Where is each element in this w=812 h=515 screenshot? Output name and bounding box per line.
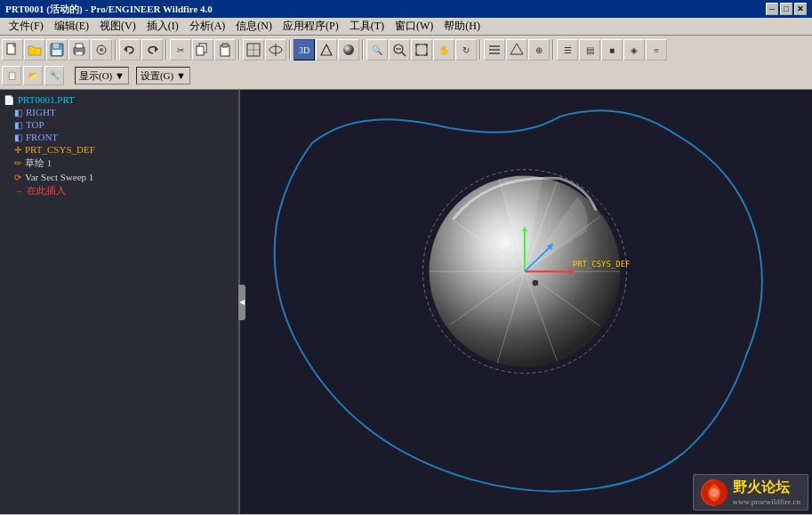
orient-button[interactable] <box>265 39 286 60</box>
toolbar-sep6 <box>479 40 481 60</box>
menu-bar: 文件(F) 编辑(E) 视图(V) 插入(I) 分析(A) 信息(N) 应用程序… <box>0 18 812 36</box>
tree-item-root[interactable]: 📄 PRT0001.PRT <box>0 93 238 106</box>
extra-btn5[interactable]: ≡ <box>646 39 667 60</box>
svg-rect-28 <box>489 49 500 51</box>
right-plane-icon: ◧ <box>14 108 22 117</box>
menu-window[interactable]: 窗口(W) <box>390 17 438 36</box>
toolbar-sep2 <box>165 40 167 60</box>
tree-item-csys[interactable]: ✛ PRT_CSYS_DEF <box>0 143 238 156</box>
sketch-icon: ✏ <box>14 158 21 168</box>
watermark: 野火论坛 www.proewildfire.cn <box>693 474 808 511</box>
menu-apps[interactable]: 应用程序(P) <box>277 17 344 36</box>
display-dropdown[interactable]: 显示(O) ▼ <box>75 67 129 84</box>
print-button[interactable] <box>68 39 90 60</box>
viewport[interactable]: PRT_CSYS_DEF 野火论坛 www.proewildfire.cn <box>240 90 812 514</box>
front-plane-icon: ◧ <box>14 133 22 142</box>
sweep-icon: ⟳ <box>14 173 21 182</box>
extra-btn3[interactable]: ■ <box>601 39 623 60</box>
svg-rect-29 <box>489 52 500 54</box>
menu-help[interactable]: 帮助(H) <box>438 17 486 36</box>
menu-edit[interactable]: 编辑(E) <box>49 17 94 36</box>
tree-item-insert[interactable]: → 在此插入 <box>0 183 238 198</box>
display-btn2[interactable] <box>506 39 527 60</box>
top-plane-icon: ◧ <box>14 120 22 130</box>
left-panel: 📄 PRT0001.PRT ◧ RIGHT ◧ TOP ◧ FRONT ✛ <box>0 90 240 514</box>
menu-view[interactable]: 视图(V) <box>94 17 141 36</box>
watermark-url: www.proewildfire.cn <box>733 497 800 506</box>
tree-btn2[interactable]: 📂 <box>23 66 43 85</box>
copy-button[interactable] <box>192 39 213 60</box>
svg-rect-5 <box>76 44 83 48</box>
preview-button[interactable] <box>91 39 112 60</box>
menu-tools[interactable]: 工具(T) <box>344 17 390 36</box>
svg-rect-14 <box>222 44 228 47</box>
insert-icon: → <box>14 186 23 196</box>
title-bar: PRT0001 (活动的) - Pro/ENGINEER Wildfire 4.… <box>0 0 812 18</box>
save-button[interactable] <box>46 39 68 60</box>
tree-btn3[interactable]: 🔧 <box>44 66 64 85</box>
watermark-site-name: 野火论坛 <box>733 479 800 497</box>
panel-collapse-handle[interactable]: ◀ <box>238 285 245 320</box>
layer-button[interactable] <box>484 39 505 60</box>
new-button[interactable] <box>2 39 23 60</box>
toolbar-area: ✂ 3D 🔍 ✋ ↻ <box>0 36 812 90</box>
svg-point-51 <box>532 279 539 286</box>
zoom-out-button[interactable] <box>389 39 410 60</box>
repaint-button[interactable] <box>243 39 264 60</box>
display-dropdown-label: 显示(O) ▼ <box>79 69 125 83</box>
watermark-logo <box>701 479 728 506</box>
svg-marker-20 <box>321 44 332 55</box>
tree-item-sweep1[interactable]: ⟳ Var Sect Sweep 1 <box>0 171 238 183</box>
shading-button[interactable] <box>338 39 359 60</box>
extra-btn4[interactable]: ◈ <box>623 39 645 60</box>
spin-button[interactable]: ↻ <box>455 39 477 60</box>
viewport-svg: PRT_CSYS_DEF <box>240 90 812 514</box>
tree-item-right[interactable]: ◧ RIGHT <box>0 106 238 118</box>
svg-line-24 <box>402 52 406 56</box>
tree-label-front: FRONT <box>26 132 58 142</box>
tree-item-sketch1[interactable]: ✏ 草绘 1 <box>0 156 238 171</box>
menu-info[interactable]: 信息(N) <box>230 17 277 36</box>
tree-label-right: RIGHT <box>26 107 56 117</box>
watermark-text: 野火论坛 www.proewildfire.cn <box>733 479 800 506</box>
hidden-button[interactable] <box>316 39 337 60</box>
svg-point-8 <box>100 48 103 52</box>
model-tree: 📄 PRT0001.PRT ◧ RIGHT ◧ TOP ◧ FRONT ✛ <box>0 90 238 514</box>
settings-dropdown[interactable]: 设置(G) ▼ <box>136 67 190 84</box>
close-button[interactable]: ✕ <box>794 3 807 15</box>
extra-btn1[interactable]: ☰ <box>557 39 578 60</box>
menu-file[interactable]: 文件(F) <box>4 17 49 36</box>
svg-rect-2 <box>53 44 59 48</box>
tree-label-top: TOP <box>26 119 44 130</box>
paste-button[interactable] <box>214 39 236 60</box>
view3d-button[interactable]: 3D <box>293 39 315 60</box>
toolbar-sep5 <box>362 40 364 60</box>
minimize-button[interactable]: ─ <box>766 3 778 15</box>
cut-button[interactable]: ✂ <box>170 39 191 60</box>
root-icon: 📄 <box>4 95 14 105</box>
maximize-button[interactable]: □ <box>780 3 792 15</box>
toolbar-sep7 <box>552 40 554 60</box>
tree-label-sketch1: 草绘 1 <box>25 157 52 170</box>
tree-label-sweep1: Var Sect Sweep 1 <box>25 172 93 182</box>
svg-marker-30 <box>511 44 523 54</box>
undo-button[interactable] <box>119 39 141 60</box>
pan-button[interactable]: ✋ <box>433 39 454 60</box>
menu-insert[interactable]: 插入(I) <box>141 17 184 36</box>
svg-rect-3 <box>52 50 61 55</box>
fit-button[interactable] <box>411 39 432 60</box>
tree-item-top[interactable]: ◧ TOP <box>0 118 238 131</box>
settings-dropdown-label: 设置(G) ▼ <box>141 69 186 83</box>
toolbar-sep4 <box>289 40 291 60</box>
zoom-in-button[interactable]: 🔍 <box>366 39 388 60</box>
menu-analysis[interactable]: 分析(A) <box>184 17 231 36</box>
open-button[interactable] <box>24 39 45 60</box>
csys-btn[interactable]: ⊕ <box>528 39 550 60</box>
redo-button[interactable] <box>141 39 163 60</box>
main-area: 📄 PRT0001.PRT ◧ RIGHT ◧ TOP ◧ FRONT ✛ <box>0 90 812 514</box>
svg-point-22 <box>343 44 354 55</box>
window-controls: ─ □ ✕ <box>766 3 807 15</box>
tree-item-front[interactable]: ◧ FRONT <box>0 131 238 143</box>
tree-btn1[interactable]: 📋 <box>2 66 21 85</box>
extra-btn2[interactable]: ▤ <box>579 39 600 60</box>
